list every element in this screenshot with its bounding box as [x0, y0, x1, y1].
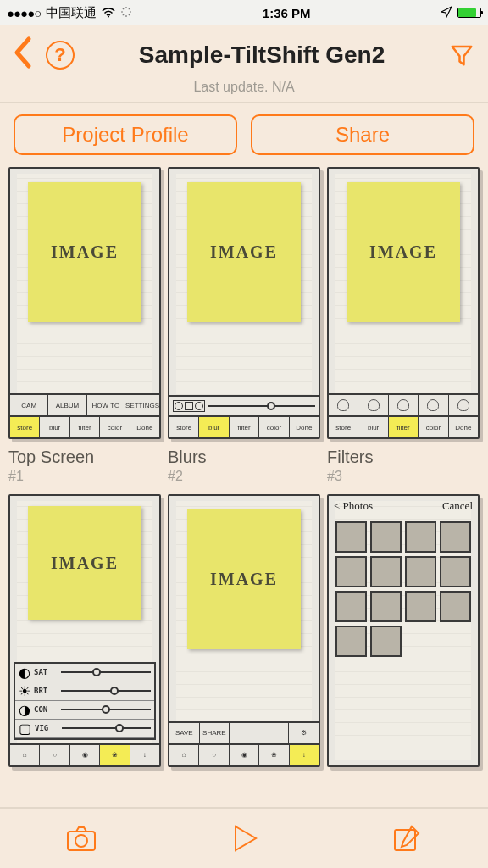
page-title: Sample-TiltShift Gen2 [86, 42, 437, 69]
tool-icon: ○ [199, 745, 229, 765]
location-icon [441, 6, 452, 20]
play-button[interactable] [227, 821, 261, 855]
filter-button[interactable] [449, 42, 474, 68]
tool-icon: ⌂ [169, 745, 199, 765]
avatar-icon [329, 395, 358, 415]
slider-label: SAT [34, 668, 58, 676]
sticky-note: IMAGE [28, 506, 141, 619]
sketch-color-icon: color [419, 417, 448, 437]
screen-index: #1 [8, 469, 161, 484]
status-bar: ●●●●○ 中国联通 1:36 PM [0, 0, 488, 25]
tool-icon: ◉ [230, 745, 259, 765]
tool-icon: ⌂ [10, 745, 40, 765]
camera-button[interactable] [64, 821, 98, 855]
svg-line-6 [129, 14, 130, 14]
screen-thumbnail: IMAGE SAVE SHARE ⚙ ⌂ ○ ◉ ❀ ↓ [168, 494, 320, 766]
sketch-settings-icon: SETTINGS [125, 395, 159, 415]
battery-icon [458, 8, 481, 18]
sketch-blur-icon: blur [40, 417, 69, 437]
share-label: Share [336, 123, 390, 147]
sketch-store-icon: store [10, 417, 40, 437]
share-icon: SHARE [200, 723, 230, 743]
compose-button[interactable] [390, 821, 424, 855]
slider-label: BRI [34, 687, 58, 695]
sticky-note: IMAGE [187, 182, 301, 322]
carrier-label: 中国联通 [46, 5, 97, 21]
photos-back-label: < Photos [334, 499, 373, 513]
bottom-toolbar [0, 807, 488, 868]
slider-icon [208, 405, 315, 407]
sketch-howto-icon: HOW TO [87, 395, 125, 415]
svg-line-8 [129, 8, 130, 8]
avatar-icon [358, 395, 388, 415]
screen-card[interactable]: IMAGE store blur filter color Done Filte… [327, 167, 480, 484]
avatar-icon [419, 395, 448, 415]
square-icon: ▢ [19, 721, 31, 737]
adjustment-panel: ◐SAT ☀BRI ◑CON ▢VIG [14, 662, 156, 740]
svg-point-0 [108, 15, 109, 17]
sticky-note: IMAGE [347, 182, 460, 322]
project-profile-button[interactable]: Project Profile [14, 114, 237, 155]
screen-thumbnail: IMAGE store blur filter color Done [168, 167, 320, 439]
screen-title: Top Screen [8, 448, 161, 467]
back-button[interactable] [14, 36, 34, 75]
screen-thumbnail: IMAGE store blur filter color Done [327, 167, 480, 439]
help-button[interactable]: ? [46, 41, 75, 70]
circle-icon: ◐ [19, 665, 30, 681]
screens-grid: IMAGE CAM ALBUM HOW TO SETTINGS store bl… [0, 167, 488, 803]
sketch-done-icon: Done [130, 417, 159, 437]
loading-icon [120, 6, 132, 20]
sketch-filter-icon: filter [389, 417, 419, 437]
screen-thumbnail: IMAGE CAM ALBUM HOW TO SETTINGS store bl… [8, 167, 161, 439]
sketch-blur-icon: blur [358, 417, 388, 437]
sketch-filter-icon: filter [70, 417, 100, 437]
sun-icon: ☀ [19, 683, 30, 699]
avatar-icon [449, 395, 478, 415]
screen-card[interactable]: IMAGE ◐SAT ☀BRI ◑CON ▢VIG ⌂ ○ ◉ ❀ ↓ [8, 494, 161, 766]
sketch-store-icon: store [329, 417, 358, 437]
screen-card[interactable]: IMAGE CAM ALBUM HOW TO SETTINGS store bl… [8, 167, 161, 484]
sketch-filter-icon: filter [230, 417, 259, 437]
header: ? Sample-TiltShift Gen2 Last update. N/A [0, 25, 488, 103]
svg-point-10 [75, 835, 87, 847]
signal-dots-icon: ●●●●○ [7, 6, 41, 20]
project-profile-label: Project Profile [62, 123, 188, 147]
slider-label: VIG [35, 724, 58, 732]
svg-line-7 [123, 14, 124, 14]
tool-icon: ❀ [100, 745, 130, 765]
contrast-icon: ◑ [19, 702, 30, 718]
sketch-color-icon: color [100, 417, 130, 437]
screen-index: #2 [168, 469, 320, 484]
svg-line-5 [123, 8, 124, 8]
page-subtitle: Last update. N/A [14, 80, 474, 95]
status-left: ●●●●○ 中国联通 [7, 5, 132, 21]
shape-selector-icon [173, 400, 205, 412]
wifi-icon [102, 6, 115, 20]
screen-card[interactable]: < Photos Cancel [327, 494, 480, 766]
screen-title: Blurs [168, 448, 320, 467]
screen-thumbnail: < Photos Cancel [327, 494, 480, 766]
tool-icon: ◉ [70, 745, 100, 765]
screen-card[interactable]: IMAGE SAVE SHARE ⚙ ⌂ ○ ◉ ❀ ↓ [168, 494, 320, 766]
sketch-done-icon: Done [290, 417, 319, 437]
settings-icon: ⚙ [289, 723, 319, 743]
help-label: ? [54, 44, 65, 66]
sketch-blur-icon: blur [199, 417, 229, 437]
share-button[interactable]: Share [251, 114, 474, 155]
tool-icon: ↓ [130, 745, 159, 765]
screen-card[interactable]: IMAGE store blur filter color Done Blur [168, 167, 320, 484]
photos-grid-icon [336, 521, 471, 657]
photos-cancel-label: Cancel [442, 499, 473, 513]
status-right [441, 6, 481, 20]
tool-icon: ○ [40, 745, 69, 765]
sketch-color-icon: color [259, 417, 289, 437]
tool-icon: ↓ [290, 745, 319, 765]
sketch-cam-icon: CAM [10, 395, 48, 415]
slider-label: CON [34, 705, 58, 714]
screen-title: Filters [327, 448, 480, 467]
status-time: 1:36 PM [132, 6, 441, 20]
sketch-store-icon: store [169, 417, 199, 437]
action-bar: Project Profile Share [0, 103, 488, 167]
tool-icon: ❀ [259, 745, 289, 765]
screen-thumbnail: IMAGE ◐SAT ☀BRI ◑CON ▢VIG ⌂ ○ ◉ ❀ ↓ [8, 494, 161, 766]
